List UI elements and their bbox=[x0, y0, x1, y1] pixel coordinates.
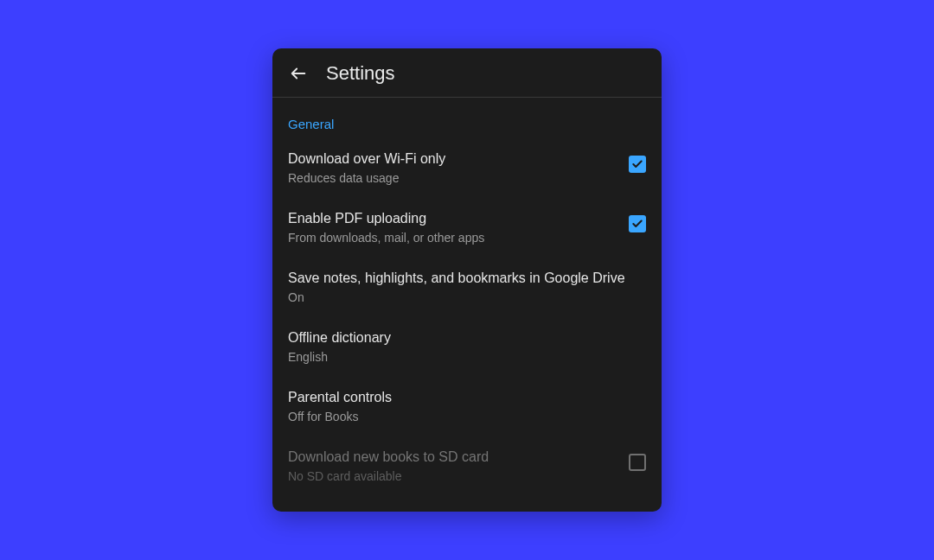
row-title: Parental controls bbox=[288, 389, 632, 407]
check-icon bbox=[631, 158, 643, 170]
row-parental-controls[interactable]: Parental controls Off for Books bbox=[272, 377, 662, 436]
back-button[interactable] bbox=[288, 63, 309, 84]
row-subtitle: On bbox=[288, 290, 632, 305]
check-icon bbox=[631, 218, 643, 230]
row-sd-card: Download new books to SD card No SD card… bbox=[272, 436, 662, 496]
spacer bbox=[272, 496, 662, 512]
row-title: Offline dictionary bbox=[288, 329, 632, 347]
settings-panel: Settings General Download over Wi-Fi onl… bbox=[272, 48, 662, 512]
row-offline-dictionary[interactable]: Offline dictionary English bbox=[272, 317, 662, 377]
row-subtitle: Reduces data usage bbox=[288, 170, 615, 186]
row-title: Save notes, highlights, and bookmarks in… bbox=[288, 270, 632, 288]
row-text: Parental controls Off for Books bbox=[288, 389, 646, 424]
row-download-wifi[interactable]: Download over Wi-Fi only Reduces data us… bbox=[272, 138, 662, 198]
row-text: Save notes, highlights, and bookmarks in… bbox=[288, 270, 646, 305]
arrow-left-icon bbox=[289, 64, 308, 83]
row-pdf-upload[interactable]: Enable PDF uploading From downloads, mai… bbox=[272, 198, 662, 258]
row-subtitle: English bbox=[288, 349, 632, 365]
page-title: Settings bbox=[326, 62, 395, 85]
checkbox-sd bbox=[629, 454, 646, 471]
row-save-notes[interactable]: Save notes, highlights, and bookmarks in… bbox=[272, 258, 662, 317]
row-title: Download over Wi-Fi only bbox=[288, 150, 615, 169]
row-subtitle: Off for Books bbox=[288, 409, 632, 424]
row-text: Offline dictionary English bbox=[288, 329, 646, 365]
checkbox-pdf[interactable] bbox=[629, 215, 646, 232]
row-title: Download new books to SD card bbox=[288, 449, 615, 467]
checkbox-wifi[interactable] bbox=[629, 156, 646, 173]
row-text: Download new books to SD card No SD card… bbox=[288, 449, 629, 484]
row-subtitle: From downloads, mail, or other apps bbox=[288, 230, 615, 245]
row-text: Enable PDF uploading From downloads, mai… bbox=[288, 210, 629, 245]
row-text: Download over Wi-Fi only Reduces data us… bbox=[288, 150, 629, 186]
row-subtitle: No SD card available bbox=[288, 468, 615, 484]
section-header-general: General bbox=[272, 98, 662, 138]
row-title: Enable PDF uploading bbox=[288, 210, 615, 228]
title-bar: Settings bbox=[272, 48, 662, 98]
